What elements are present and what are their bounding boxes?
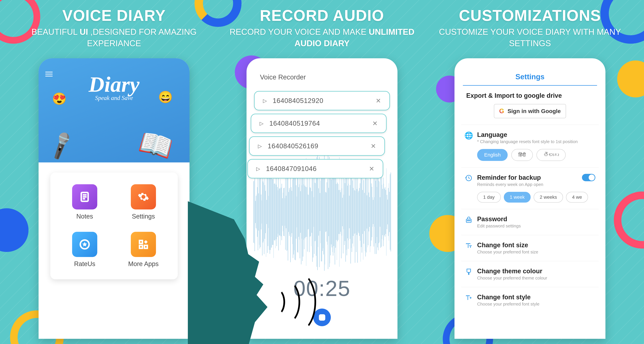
backup-4weeks[interactable]: 4 we xyxy=(566,192,588,203)
recording-name: 1640847091046 xyxy=(266,165,363,173)
recording-name: 1640840526169 xyxy=(268,142,365,150)
lang-option-english[interactable]: English xyxy=(477,149,508,161)
recording-item[interactable]: ▷ 1640840519764 ✕ xyxy=(251,114,386,133)
reminder-desc: Reminds every week on App open xyxy=(477,182,595,187)
svg-point-8 xyxy=(470,220,470,221)
notes-label: Notes xyxy=(76,213,93,220)
menu-icon[interactable] xyxy=(45,72,53,76)
google-signin-button[interactable]: G Sign in with Google xyxy=(494,104,566,118)
grin-emoji-icon: 😄 xyxy=(158,90,173,104)
lock-icon xyxy=(464,216,473,224)
moreapps-button[interactable]: More Apps xyxy=(118,232,170,268)
svg-rect-4 xyxy=(140,245,142,248)
fontsize-row[interactable]: Change font size Choose your preferred f… xyxy=(464,242,595,255)
panel3-subtitle: CUSTOMIZE YOUR VOICE DIARY WITH MANY SET… xyxy=(429,26,630,49)
fontstyle-row[interactable]: Change font style Choose your preferred … xyxy=(464,294,595,307)
panel1-title: VOICE DIARY xyxy=(62,7,166,24)
fontstyle-desc: Choose your preferred font style xyxy=(477,301,595,307)
fontsize-icon xyxy=(464,242,473,250)
close-icon[interactable]: ✕ xyxy=(369,165,374,173)
phone-settings: Settings Export & Import to google drive… xyxy=(454,58,606,339)
close-icon[interactable]: ✕ xyxy=(376,97,381,104)
recording-name: 1640840519764 xyxy=(269,120,366,127)
heart-eyes-emoji-icon: 😍 xyxy=(52,92,66,106)
notes-icon xyxy=(72,184,97,210)
reminder-title: Reminder for backup xyxy=(477,174,541,181)
settings-button[interactable]: Settings xyxy=(118,184,170,220)
fontstyle-title: Change font style xyxy=(477,294,595,301)
fontsize-title: Change font size xyxy=(477,242,595,249)
google-logo-icon: G xyxy=(499,107,504,115)
password-title: Password xyxy=(477,216,595,223)
google-signin-label: Sign in with Google xyxy=(508,108,561,114)
lang-option-telugu[interactable]: తెలుగు xyxy=(536,149,566,161)
star-badge-icon xyxy=(72,232,97,257)
gear-icon xyxy=(131,184,156,210)
recording-name: 1640840512920 xyxy=(273,97,370,104)
svg-rect-2 xyxy=(140,241,142,244)
play-icon[interactable]: ▷ xyxy=(260,120,264,126)
theme-desc: Choose your preferred theme colour xyxy=(477,275,595,281)
history-icon xyxy=(464,174,473,182)
recording-item[interactable]: ▷ 1640847091046 ✕ xyxy=(247,159,383,178)
panel2-title: RECORD AUDIO xyxy=(260,7,384,24)
paintbrush-icon xyxy=(464,268,473,276)
theme-title: Change theme colour xyxy=(477,268,595,275)
settings-header: Settings xyxy=(463,58,597,86)
lang-option-hindi[interactable]: हिंदी xyxy=(511,149,533,161)
backup-1week[interactable]: 1 week xyxy=(504,192,531,203)
play-icon[interactable]: ▷ xyxy=(263,98,267,104)
svg-rect-3 xyxy=(144,245,148,248)
export-import-label: Export & Import to google drive xyxy=(464,92,595,99)
rateus-label: RateUs xyxy=(74,260,96,268)
password-desc: Edit password settings xyxy=(477,223,595,229)
panel3-title: CUSTOMIZATIONS xyxy=(459,7,601,24)
backup-1day[interactable]: 1 day xyxy=(477,192,501,203)
home-menu: Notes Settings RateUs xyxy=(50,173,178,279)
svg-point-7 xyxy=(468,220,469,221)
fontsize-desc: Choose your preferred font size xyxy=(477,249,595,255)
fontstyle-icon xyxy=(464,294,473,302)
close-icon[interactable]: ✕ xyxy=(372,120,378,127)
reminder-toggle[interactable] xyxy=(582,174,595,181)
language-desc: * Changing language resets font style to… xyxy=(477,139,595,144)
stop-button[interactable] xyxy=(313,308,331,326)
notes-button[interactable]: Notes xyxy=(59,184,111,220)
notebook-icon: 📖 xyxy=(136,125,176,164)
recording-item[interactable]: ▷ 1640840512920 ✕ xyxy=(254,91,390,110)
play-icon[interactable]: ▷ xyxy=(258,143,262,149)
recorder-screen-title: Voice Recorder xyxy=(246,58,398,84)
close-icon[interactable]: ✕ xyxy=(371,142,376,150)
moreapps-label: More Apps xyxy=(128,260,159,268)
globe-icon: 🌐 xyxy=(464,131,473,140)
microphone-icon: 🎤 xyxy=(45,130,78,161)
language-title: Language xyxy=(477,131,595,138)
apps-grid-icon xyxy=(131,232,156,257)
phone-home: Diary Speak and Save 😍 😄 🎤 📖 Notes xyxy=(38,58,190,339)
password-row[interactable]: Password Edit password settings xyxy=(464,216,595,229)
panel1-subtitle: BEAUTIFUL UI ,DESIGNED FOR AMAZING EXPER… xyxy=(14,26,215,49)
recording-item[interactable]: ▷ 1640840526169 ✕ xyxy=(249,136,385,156)
backup-2weeks[interactable]: 2 weeks xyxy=(534,192,563,203)
rateus-button[interactable]: RateUs xyxy=(59,232,111,268)
panel2-subtitle: RECORD YOUR VOICE AND MAKE UNLIMITED AUD… xyxy=(221,26,422,49)
svg-point-6 xyxy=(467,220,468,221)
theme-row[interactable]: Change theme colour Choose your preferre… xyxy=(464,268,595,281)
play-icon[interactable]: ▷ xyxy=(256,166,260,172)
settings-label: Settings xyxy=(132,213,155,220)
